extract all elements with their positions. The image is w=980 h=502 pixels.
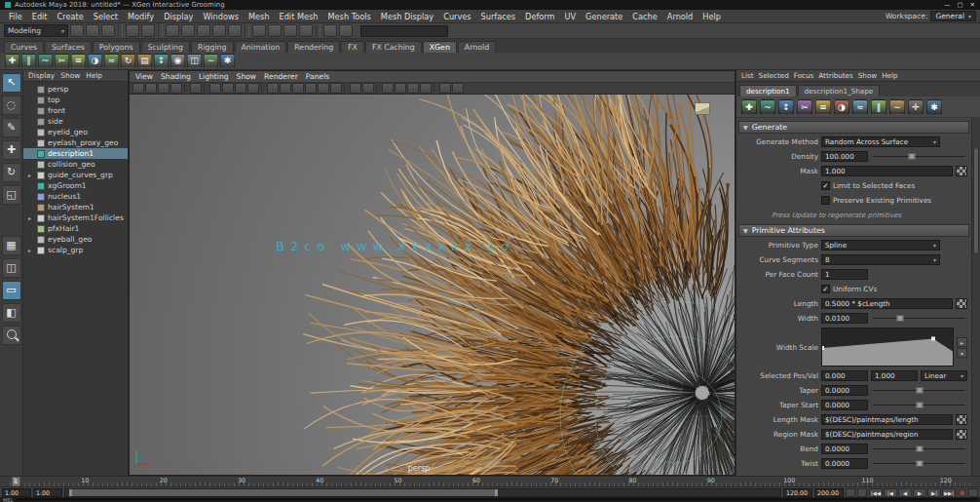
field-mask[interactable]: 1.000 [821,166,953,176]
two-sided-lighting-icon[interactable] [209,83,221,94]
make-live-icon[interactable] [228,24,242,37]
shadows-icon[interactable] [222,83,234,94]
attribute-tab-description1[interactable]: description1 [739,85,797,97]
shelf-tab-fx-caching[interactable]: FX Caching [365,41,422,53]
minimize-button[interactable]: — [944,1,951,9]
camera-attributes-icon[interactable] [158,83,170,94]
range-slider-fill[interactable] [69,489,498,496]
snap-to-grid-icon[interactable] [166,24,179,37]
outliner-item-eyelash-proxy-geo[interactable]: eyelash_proxy_geo [23,137,128,148]
transport-button-3[interactable]: ▶ [913,488,926,497]
animation-preferences-icon[interactable] [968,488,978,497]
maximize-button[interactable]: ▢ [957,1,962,9]
guide-sculpt-icon[interactable]: ↕ [154,54,169,68]
viewport-canvas[interactable]: B2co www.xxxxxx.co persp [130,95,735,475]
create-description-icon[interactable]: ✚ [5,54,19,68]
save-scene-icon[interactable] [101,24,115,37]
field-per-face-count[interactable]: 1 [821,269,868,280]
menu-mesh-tools[interactable]: Mesh Tools [323,11,376,22]
gate-mask-icon[interactable] [407,83,419,94]
field-taper[interactable]: 0.0000 [821,385,868,396]
wireframe-icon[interactable] [280,83,291,94]
outliner-item-side[interactable]: side [23,116,128,127]
expand-arrow-icon[interactable]: ▸ [28,247,34,253]
snap-to-point-icon[interactable] [197,24,210,37]
range-slider[interactable] [64,488,781,497]
viewport-menu-renderer[interactable]: Renderer [264,72,298,81]
menu-surfaces[interactable]: Surfaces [476,11,520,22]
texture-map-button[interactable] [956,414,967,425]
hypershade-icon[interactable] [339,24,353,37]
expand-arrow-icon[interactable]: ▸ [28,214,34,221]
slider-handle[interactable] [908,153,915,160]
layout-four-view[interactable]: ▦ [2,236,21,255]
outliner-item-xggroom1[interactable]: xgGroom1 [23,180,128,191]
attribute-menu-focus[interactable]: Focus [794,71,814,80]
comb-brush-icon[interactable]: ~ [38,54,53,68]
texture-map-button[interactable] [956,429,967,440]
field-length-mask[interactable]: $(DESC)/paintmaps/length [821,414,953,425]
default-material-icon[interactable] [267,83,279,94]
scrollbar[interactable] [971,118,980,476]
field-bend[interactable]: 0.0000 [821,444,868,454]
attribute-tab-description1-shape[interactable]: description1_Shape [798,85,881,97]
snap-to-view-plane-icon[interactable] [212,24,226,37]
field-length[interactable]: 0.5000 * $cLength [821,298,953,309]
film-gate-icon[interactable] [395,83,406,94]
field-width[interactable]: 0.0100 [821,313,868,324]
scale-tool[interactable]: ◱ [2,185,21,205]
character-set-icon[interactable] [846,488,855,497]
viewport-menu-view[interactable]: View [135,72,153,81]
slider-handle[interactable] [916,460,923,467]
checkbox-limit-to-selected-faces[interactable]: ✓ [821,181,830,190]
checkbox-uniform-cvs[interactable]: ✓ [821,285,830,293]
ramp-expand-button[interactable]: ▸ [957,337,967,347]
menu-curves[interactable]: Curves [438,11,475,22]
density-brush-icon[interactable]: ≡ [71,54,86,68]
outliner-item-hairsystem1follicles[interactable]: ▸hairSystem1Follicles [23,212,128,223]
new-scene-icon[interactable] [70,24,84,37]
command-line-input[interactable] [16,498,977,501]
move-tool[interactable]: ✚ [2,140,21,160]
cut-brush-icon[interactable]: ✂ [55,54,69,68]
outliner-item-pfxhair1[interactable]: pfxHair1 [23,223,128,234]
grab-tool-icon[interactable]: ✛ [908,99,923,115]
sculpt-layer-icon[interactable]: ▤ [137,54,152,68]
checkbox-preserve-existing-primitives[interactable] [821,196,830,205]
freeze-tool-icon[interactable]: ✱ [926,99,942,115]
viewport-menu-shading[interactable]: Shading [161,72,191,81]
grease-pencil-icon[interactable] [439,83,451,94]
ipr-render-icon[interactable] [283,24,297,37]
attribute-menu-selected[interactable]: Selected [759,71,789,80]
outliner-menu-help[interactable]: Help [86,71,102,80]
shelf-tab-xgen[interactable]: XGen [423,41,457,53]
outliner-item-description1[interactable]: description1 [23,148,128,159]
slider-handle[interactable] [916,402,923,408]
outliner-item-persp[interactable]: persp [23,84,128,95]
comb-tool-icon[interactable]: ~ [760,99,775,115]
image-plane-icon[interactable] [190,83,202,94]
selected-value-field[interactable]: 1.000 [871,370,918,381]
field-chart-icon[interactable] [420,83,432,94]
menu-mesh[interactable]: Mesh [244,11,275,22]
scrollbar-thumb[interactable] [973,147,979,254]
shelf-tab-rigging[interactable]: Rigging [191,41,234,53]
noise-modifier-icon[interactable]: ≈ [104,54,119,68]
slider-taper-start[interactable] [871,400,967,410]
outliner-menu-display[interactable]: Display [28,71,55,80]
outliner-item-hairsystem1[interactable]: hairSystem1 [23,202,128,212]
layout-two-pane[interactable]: ◫ [2,258,21,278]
bookmarks-icon[interactable] [170,83,182,94]
coil-modifier-icon[interactable]: ↻ [121,54,135,68]
attribute-menu-attributes[interactable]: Attributes [818,71,852,80]
auto-keyframe-toggle[interactable] [958,488,966,497]
lock-camera-icon[interactable] [145,83,157,94]
slider-handle[interactable] [896,315,903,322]
menu-deform[interactable]: Deform [520,11,559,22]
multisampling-icon[interactable] [452,83,464,94]
animation-start-field[interactable]: 1.00 [2,488,31,497]
rotate-tool[interactable]: ↻ [2,163,21,182]
shelf-tab-polygons[interactable]: Polygons [93,41,140,53]
outliner-menu-show[interactable]: Show [60,71,80,80]
transport-button-5[interactable]: ▶▶| [942,488,956,497]
